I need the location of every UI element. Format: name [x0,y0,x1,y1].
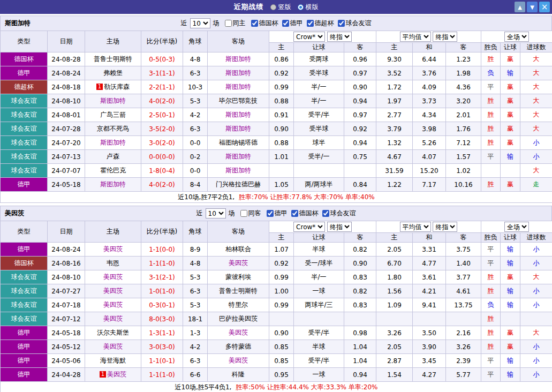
avg-home-odds: 2.77 [376,108,413,122]
corner-score: 6-3 [183,354,208,368]
corner-score: 4-2 [183,108,208,122]
avg-away-odds: 2.39 [446,354,481,368]
col-avg-home: 主 [376,233,413,243]
match-scope-select[interactable]: 全场 [504,32,529,42]
close-icon: × [541,2,548,12]
home-team: 韦恩 [85,257,141,270]
home-team: 弗赖堡 [85,66,141,80]
layout-horizontal-radio[interactable]: 横版 [298,3,319,12]
avg-stage-select[interactable]: 终指 [433,222,457,232]
match-date: 24-08-28 [48,52,85,66]
home-team: 斯图加特 [85,94,141,108]
filter-checkbox[interactable] [338,20,345,27]
filter-label: 德甲 [290,19,303,28]
avg-select-cell: 平均值 终指 [376,221,481,233]
filter-德国杯[interactable]: 德国杯 [247,19,278,28]
corner-score: 4-8 [183,257,208,270]
odds-stage-select[interactable]: 终指 [327,222,352,232]
match-row: 球会友谊24-07-07霍伦巴克1-8(0-4)0-0斯图加特31.5915.2… [1,164,552,178]
result-winloss: 平 [481,243,501,257]
same-venue-checkbox[interactable] [225,20,232,27]
layout-vertical-radio[interactable]: 竖版 [270,3,291,12]
same-venue-toggle[interactable]: 同客 [237,209,261,218]
corner-score: 5-3 [183,94,208,108]
score: 0-5(0-3) [141,52,183,66]
corner-score: 0-0 [183,136,208,150]
home-team: 京都不死鸟 [85,122,141,136]
home-team-name: 斯图加特 [100,180,126,188]
avg-away-odds: 2.01 [446,108,481,122]
result-goals: 小 [520,354,552,368]
away-team: 斯图加特 [208,150,269,164]
filter-德超杯[interactable]: 德超杯 [303,19,334,28]
odds-away: 0.83 [344,270,376,284]
filter-checkbox[interactable] [307,20,314,27]
filter-德甲[interactable]: 德甲 [263,209,288,218]
match-date: 24-05-12 [48,340,85,354]
away-team: 多特蒙德 [208,340,269,354]
result-winloss: 胜 [481,94,501,108]
result-handicap: 输 [501,368,520,382]
match-row: 球会友谊24-08-10斯图加特4-0(2-0)5-3毕尔巴鄂竞技0.88半/一… [1,94,552,108]
result-handicap: 输 [501,354,520,368]
avg-stage-select[interactable]: 终指 [433,32,457,42]
avg-draw-odds: 4.27 [413,368,446,382]
summary-row: 近10场,胜7平2负1, 胜率:70% 让胜率:77.8% 大率:70% 单率:… [1,192,552,203]
odds-away: 0.96 [344,52,376,66]
same-venue-checkbox[interactable] [240,210,247,217]
result-winloss: 胜 [481,312,501,326]
scroll-up-button[interactable]: ▲ [515,2,525,12]
odds-source-select[interactable]: Crow* [293,222,325,232]
scope-select-cell: 全场 [481,31,552,43]
score: 8-0(3-0) [141,312,183,326]
corner-score: 5-3 [183,298,208,312]
odds-source-select[interactable]: Crow* [293,32,325,42]
team-section: 美因茨 近 10 场 同客 德甲德国杯球会友谊 类型 [0,206,552,392]
avg-draw-odds: 3.90 [413,340,446,354]
filter-球会友谊[interactable]: 球会友谊 [319,209,356,218]
scroll-down-button[interactable]: ▼ [527,2,538,12]
close-button[interactable]: × [539,2,550,12]
league-type: 德甲 [1,354,48,368]
filter-label: 德国杯 [259,19,278,28]
score: 3-1(1-1) [141,66,183,80]
home-team: 卢森 [85,150,141,164]
odds-home: 0.95 [269,368,294,382]
odds-home [269,312,294,326]
score: 3-0(3-0) [141,340,183,354]
avg-source-select[interactable]: 平均值 [400,32,431,42]
match-date: 24-08-10 [48,94,85,108]
filter-checkbox[interactable] [267,210,274,217]
handicap-line: 受一/球半 [294,257,344,270]
league-type: 球会友谊 [1,298,48,312]
odds-home: 0.85 [269,340,294,354]
filter-德甲[interactable]: 德甲 [278,19,303,28]
handicap-line: 受半/一 [294,150,344,164]
filter-controls: 近 10 场 同客 德甲德国杯球会友谊 [1,208,551,218]
away-team: 斯图加特 [208,52,269,66]
avg-source-select[interactable]: 平均值 [400,222,431,232]
filter-checkbox[interactable] [251,20,258,27]
filter-球会友谊[interactable]: 球会友谊 [334,19,372,28]
result-handicap [501,312,520,326]
home-team: 1美因茨 [85,368,141,382]
home-team-name: 广岛三箭 [100,111,126,118]
match-count-select[interactable]: 10 [190,18,210,28]
match-scope-select[interactable]: 全场 [504,222,529,232]
avg-home-odds: 3.79 [376,122,413,136]
home-team: 美因茨 [85,298,141,312]
filter-checkbox[interactable] [322,210,329,217]
odds-stage-select[interactable]: 终指 [327,32,352,42]
summary-stats: 胜率:70% 让胜率:77.8% 大率:70% 单率:40% [239,193,375,201]
radio-selected-icon [298,4,304,10]
score: 3-0(2-0) [141,136,183,150]
filter-德国杯[interactable]: 德国杯 [288,209,319,218]
filter-checkbox[interactable] [282,20,289,27]
filter-group: 德国杯德甲德超杯球会友谊 [247,19,372,28]
filter-checkbox[interactable] [291,210,298,217]
same-venue-toggle[interactable]: 同主 [221,19,246,28]
match-count-select[interactable]: 10 [206,208,226,218]
result-handicap: 输 [501,257,520,270]
league-type: 德甲 [1,178,48,192]
avg-away-odds: 3.77 [446,270,481,284]
